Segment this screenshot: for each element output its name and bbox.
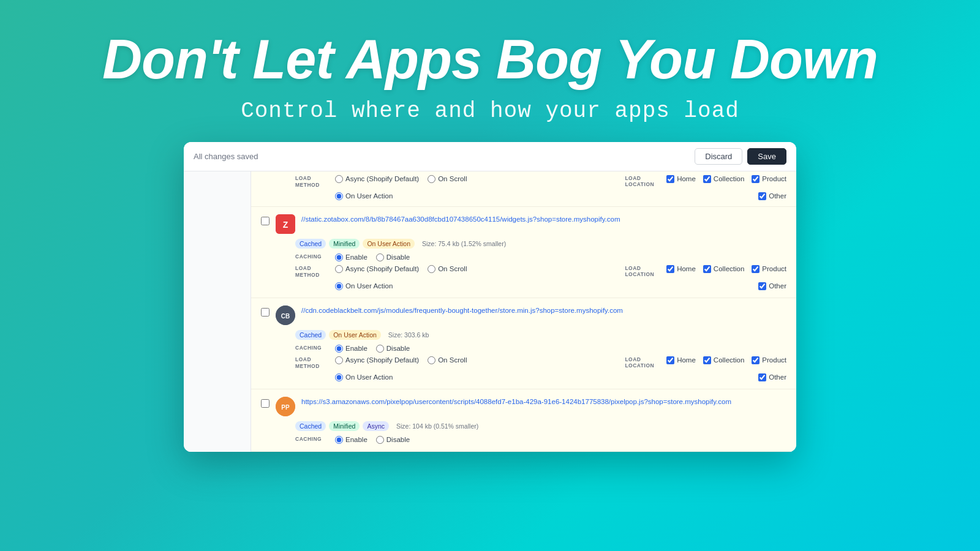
radio-on-scroll[interactable]: On Scroll bbox=[428, 175, 467, 183]
radio-scroll-1[interactable]: On Scroll bbox=[428, 265, 467, 273]
cb-product-2[interactable]: Product bbox=[752, 356, 786, 364]
tag-minified: Minified bbox=[329, 239, 360, 249]
tag-cached-2: Cached bbox=[295, 330, 326, 340]
load-location-checkboxes: Home Collection Product bbox=[666, 175, 786, 183]
discard-button[interactable]: Discard bbox=[695, 148, 742, 165]
script-1-controls: CACHING Enable Disable LOADMETHOD bbox=[295, 253, 786, 290]
load-method-row-2b: On User Action Other bbox=[295, 373, 786, 381]
script-2-tags: Cached On User Action Size: 303.6 kb bbox=[295, 330, 786, 340]
tag-minified-3: Minified bbox=[329, 421, 360, 431]
cb-collection-1[interactable]: Collection bbox=[703, 265, 745, 273]
caching-row-3: CACHING Enable Disable bbox=[295, 436, 786, 444]
tag-on-user-action-2: On User Action bbox=[329, 330, 381, 340]
cb-home-2[interactable]: Home bbox=[666, 356, 696, 364]
hero-subtitle: Control where and how your apps load bbox=[12, 99, 968, 124]
hero-section: Don't Let Apps Bog You Down Control wher… bbox=[0, 0, 980, 142]
script-row-3: PP https://s3.amazonaws.com/pixelpop/use… bbox=[251, 389, 796, 452]
radio-on-user-action[interactable]: On User Action bbox=[335, 192, 393, 200]
checkbox-collection[interactable]: Collection bbox=[703, 175, 745, 183]
script-2-url: //cdn.codeblackbelt.com/js/modules/frequ… bbox=[301, 305, 786, 315]
codeblackbelt-icon: CB bbox=[276, 305, 295, 325]
load-method-row-1b: On User Action Other bbox=[295, 282, 786, 290]
caching-row-2: CACHING Enable Disable bbox=[295, 345, 786, 353]
tag-cached: Cached bbox=[295, 239, 326, 249]
load-location-label: LOADLOCATION bbox=[625, 175, 654, 187]
script-header-3: PP https://s3.amazonaws.com/pixelpop/use… bbox=[261, 397, 786, 416]
caching-label-2: CACHING bbox=[295, 345, 323, 351]
caching-label-3: CACHING bbox=[295, 436, 323, 443]
svg-text:CB: CB bbox=[281, 313, 290, 320]
radio-user-action-1[interactable]: On User Action bbox=[335, 282, 393, 290]
load-method-row-1: LOADMETHOD Async (Shopify Default) On Sc… bbox=[295, 265, 786, 279]
svg-text:Z: Z bbox=[283, 220, 288, 230]
caching-label-1: CACHING bbox=[295, 253, 323, 260]
control-row-load-method: LOADMETHOD Async (Shopify Default) On Sc… bbox=[295, 175, 786, 189]
window-topbar: All changes saved Discard Save bbox=[184, 142, 796, 171]
zotabox-icon: Z bbox=[276, 214, 295, 234]
script-1-tags: Cached Minified On User Action Size: 75.… bbox=[295, 239, 786, 249]
save-button[interactable]: Save bbox=[747, 148, 786, 165]
app-window: All changes saved Discard Save LOADMETHO… bbox=[184, 142, 796, 452]
cb-collection-2[interactable]: Collection bbox=[703, 356, 745, 364]
caching-options-3: Enable Disable bbox=[335, 436, 410, 444]
caching-options-2: Enable Disable bbox=[335, 345, 410, 353]
checkbox-product[interactable]: Product bbox=[752, 175, 786, 183]
script-1-checkbox[interactable] bbox=[261, 217, 270, 225]
script-header-1: Z //static.zotabox.com/8/b/8b78467aa630d… bbox=[261, 214, 786, 234]
radio-disable-1[interactable]: Disable bbox=[376, 253, 410, 261]
load-method-label: LOADMETHOD bbox=[295, 175, 323, 189]
script-header-2: CB //cdn.codeblackbelt.com/js/modules/fr… bbox=[261, 305, 786, 325]
radio-enable-1[interactable]: Enable bbox=[335, 253, 368, 261]
radio-disable-3[interactable]: Disable bbox=[376, 436, 410, 444]
tag-on-user-action: On User Action bbox=[363, 239, 415, 249]
cb-other-1[interactable]: Other bbox=[758, 282, 786, 290]
caching-row-1: CACHING Enable Disable bbox=[295, 253, 786, 261]
load-location-section-1: LOADLOCATION bbox=[625, 265, 654, 277]
cb-product-1[interactable]: Product bbox=[752, 265, 786, 273]
radio-async-2[interactable]: Async (Shopify Default) bbox=[335, 356, 419, 364]
load-method-label-2: LOADMETHOD bbox=[295, 356, 323, 370]
hero-title: Don't Let Apps Bog You Down bbox=[12, 31, 968, 89]
script-3-checkbox[interactable] bbox=[261, 399, 270, 408]
script-row-1: Z //static.zotabox.com/8/b/8b78467aa630d… bbox=[251, 207, 796, 298]
radio-disable-2[interactable]: Disable bbox=[376, 345, 410, 353]
script-row-2: CB //cdn.codeblackbelt.com/js/modules/fr… bbox=[251, 298, 796, 389]
radio-user-action-2[interactable]: On User Action bbox=[335, 373, 393, 381]
main-content: LOADMETHOD Async (Shopify Default) On Sc… bbox=[251, 171, 796, 452]
tag-async-3: Async bbox=[363, 421, 389, 431]
radio-enable-3[interactable]: Enable bbox=[335, 436, 368, 444]
load-method-row-2: LOADMETHOD Async (Shopify Default) On Sc… bbox=[295, 356, 786, 370]
radio-scroll-2[interactable]: On Scroll bbox=[428, 356, 467, 364]
load-location-label-1: LOADLOCATION bbox=[625, 265, 654, 277]
load-method-label-1: LOADMETHOD bbox=[295, 265, 323, 279]
status-text: All changes saved bbox=[194, 152, 258, 161]
load-location-section-2: LOADLOCATION bbox=[625, 356, 654, 369]
script-1-url: //static.zotabox.com/8/b/8b78467aa630d8f… bbox=[301, 214, 786, 224]
tag-size-2: Size: 303.6 kb bbox=[384, 330, 434, 340]
sidebar bbox=[184, 171, 251, 452]
script-row-partial: LOADMETHOD Async (Shopify Default) On Sc… bbox=[251, 171, 796, 207]
pixelpop-icon: PP bbox=[276, 397, 295, 416]
svg-text:PP: PP bbox=[281, 404, 290, 411]
load-location-checkboxes-2: Home Collection Product bbox=[666, 356, 786, 364]
radio-async[interactable]: Async (Shopify Default) bbox=[335, 175, 419, 183]
radio-async-1[interactable]: Async (Shopify Default) bbox=[335, 265, 419, 273]
load-method-opts-1: Async (Shopify Default) On Scroll bbox=[335, 265, 467, 273]
tag-size-3: Size: 104 kb (0.51% smaller) bbox=[392, 421, 483, 431]
topbar-actions: Discard Save bbox=[695, 148, 786, 165]
script-2-checkbox[interactable] bbox=[261, 308, 270, 317]
load-method-options: Async (Shopify Default) On Scroll bbox=[335, 175, 467, 183]
window-body: LOADMETHOD Async (Shopify Default) On Sc… bbox=[184, 171, 796, 452]
script-2-controls: CACHING Enable Disable LOADMETHOD bbox=[295, 345, 786, 381]
cb-other-2[interactable]: Other bbox=[758, 373, 786, 381]
cb-home-1[interactable]: Home bbox=[666, 265, 696, 273]
tag-cached-3: Cached bbox=[295, 421, 326, 431]
script-3-url: https://s3.amazonaws.com/pixelpop/userco… bbox=[301, 397, 786, 407]
control-row-load-method-2: On User Action Other bbox=[295, 192, 786, 200]
checkbox-other[interactable]: Other bbox=[758, 192, 786, 200]
tag-size: Size: 75.4 kb (1.52% smaller) bbox=[418, 239, 510, 249]
checkbox-home[interactable]: Home bbox=[666, 175, 696, 183]
load-location-checkboxes-1: Home Collection Product bbox=[666, 265, 786, 273]
load-method-opts-2: Async (Shopify Default) On Scroll bbox=[335, 356, 467, 364]
radio-enable-2[interactable]: Enable bbox=[335, 345, 368, 353]
